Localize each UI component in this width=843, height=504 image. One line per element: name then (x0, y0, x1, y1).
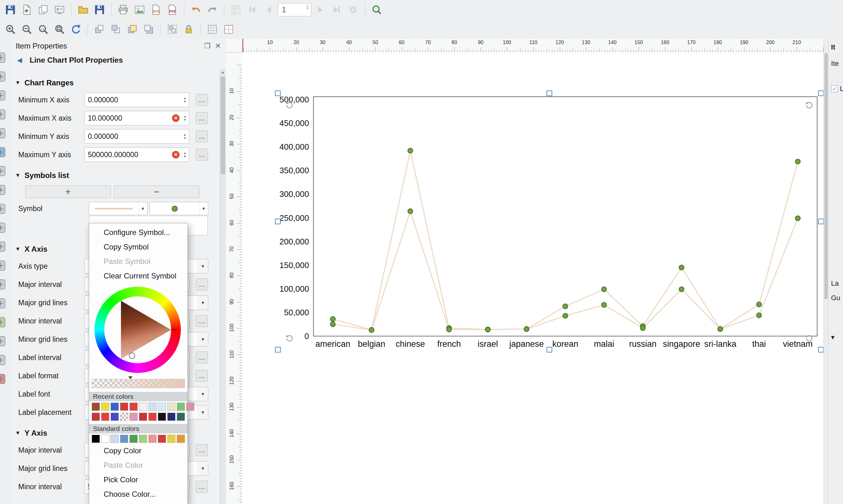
color-swatch[interactable] (186, 402, 194, 411)
layout-manager-button[interactable] (52, 2, 67, 17)
color-swatch[interactable] (158, 435, 166, 443)
maximum-x-axis-input[interactable]: 10.000000✕▲▼ (85, 111, 189, 125)
zoom-full-button[interactable] (52, 22, 67, 37)
group-items-button[interactable] (165, 22, 180, 37)
scroll-up-icon[interactable]: ▲ (220, 69, 226, 74)
data-defined-override-button[interactable]: … (196, 370, 208, 382)
atlas-settings-button[interactable] (346, 2, 360, 17)
add-table-tool[interactable] (0, 335, 6, 347)
layout-page[interactable]: 500,000450,000400,000350,000300,000250,0… (242, 52, 824, 504)
export-as-pdf-button[interactable]: PDF (165, 2, 180, 17)
spin-arrows-icon[interactable]: ▲▼ (181, 129, 189, 143)
undo-button[interactable] (189, 2, 203, 17)
data-defined-override-button[interactable]: … (196, 112, 208, 124)
data-defined-override-button[interactable]: … (196, 94, 208, 106)
open-layout-button[interactable] (76, 2, 90, 17)
selection-handle[interactable] (818, 90, 824, 96)
color-swatch[interactable] (158, 413, 166, 421)
color-swatch[interactable] (111, 413, 119, 421)
select-move-tool[interactable] (0, 89, 6, 102)
new-layout-button[interactable] (20, 2, 34, 17)
previous-feature-button[interactable] (262, 2, 276, 17)
chevron-down-icon[interactable]: ▼ (198, 259, 208, 273)
export-as-image-button[interactable] (132, 2, 147, 17)
add-label-tool[interactable] (0, 202, 6, 215)
section-chart-ranges[interactable]: ▼ Chart Ranges (15, 78, 219, 87)
move-content-tool[interactable] (0, 108, 6, 121)
line-symbol-dropdown[interactable]: ▼ (89, 202, 147, 215)
add-plot-tool[interactable] (0, 316, 6, 328)
spin-arrows-icon[interactable]: ▲▼ (181, 111, 189, 125)
print-button[interactable] (116, 2, 130, 17)
selection-handle[interactable] (546, 90, 552, 96)
scrollbar-thumb[interactable] (824, 53, 828, 299)
preview-tool-button[interactable] (370, 2, 384, 17)
bring-to-front-button[interactable] (125, 22, 140, 37)
edit-nodes-tool[interactable] (0, 127, 6, 140)
color-swatch[interactable] (139, 435, 147, 443)
menu-item-choose-color-[interactable]: Choose Color... (89, 487, 187, 502)
menu-item-clear-current-symbol[interactable]: Clear Current Symbol (89, 269, 187, 283)
color-swatch[interactable] (120, 413, 128, 421)
color-swatch[interactable] (177, 413, 185, 421)
add-shape-tool[interactable] (0, 259, 6, 272)
selection-handle[interactable] (275, 347, 281, 353)
color-swatch[interactable] (167, 435, 176, 443)
selection-handle[interactable] (275, 90, 281, 96)
maximum-y-axis-input[interactable]: 500000.000000✕▲▼ (85, 147, 189, 162)
minimum-y-axis-input[interactable]: 0.000000▲▼ (85, 129, 189, 144)
menu-item-copy-color[interactable]: Copy Color (89, 444, 187, 458)
float-panel-icon[interactable]: ❐ (204, 42, 211, 50)
scrollbar-thumb[interactable] (220, 76, 225, 174)
color-swatch[interactable] (92, 413, 100, 421)
spin-arrows-icon[interactable]: ▲▼ (181, 148, 189, 162)
lock-items-button[interactable] (181, 22, 196, 37)
color-swatch[interactable] (139, 413, 147, 421)
remove-symbol-button[interactable]: − (114, 185, 200, 198)
selection-handle[interactable] (818, 219, 824, 224)
color-swatch[interactable] (148, 413, 157, 421)
color-swatch[interactable] (129, 413, 138, 421)
color-swatch[interactable] (148, 435, 157, 443)
add-node-item-tool[interactable] (0, 297, 6, 310)
shade-strip-pointer[interactable] (128, 376, 132, 379)
chevron-down-icon[interactable]: ▼ (198, 462, 208, 475)
selection-handle[interactable] (275, 219, 281, 224)
color-swatch[interactable] (101, 402, 109, 411)
chevron-down-icon[interactable]: ▼ (198, 387, 208, 401)
add-html-tool[interactable] (0, 354, 6, 366)
color-swatch[interactable] (120, 435, 128, 443)
zoom-tool[interactable] (0, 70, 6, 83)
data-defined-override-button[interactable]: … (196, 278, 208, 290)
color-shade-strip[interactable] (92, 379, 185, 388)
color-swatch[interactable] (139, 402, 147, 411)
chevron-down-icon[interactable]: ▼ (138, 202, 147, 215)
color-swatch[interactable] (177, 402, 185, 411)
chevron-down-icon[interactable]: ▼ (199, 202, 208, 215)
show-guides-button[interactable] (221, 22, 236, 37)
color-swatch[interactable] (101, 413, 109, 421)
chevron-down-icon[interactable]: ▼ (198, 296, 208, 310)
next-feature-button[interactable] (313, 2, 328, 17)
menu-item-copy-symbol[interactable]: Copy Symbol (89, 240, 187, 254)
checkbox[interactable]: ✓ (831, 85, 838, 92)
color-swatch[interactable] (158, 402, 166, 411)
panel-scrollbar[interactable]: ▲ (219, 69, 226, 504)
menu-item-configure-symbol-[interactable]: Configure Symbol... (89, 225, 187, 240)
layout-canvas[interactable]: 1020304050607080901001101201301401501601… (226, 39, 828, 504)
data-defined-override-button[interactable]: … (196, 444, 208, 456)
add-legend-tool[interactable] (0, 221, 6, 234)
data-defined-override-button[interactable]: … (196, 481, 208, 493)
zoom-out-button[interactable] (20, 22, 34, 37)
color-swatch[interactable] (167, 413, 176, 421)
color-swatch[interactable] (111, 435, 119, 443)
preview-atlas-button[interactable] (229, 2, 243, 17)
lower-items-button[interactable] (109, 22, 123, 37)
menu-item-pick-color[interactable]: Pick Color (89, 472, 187, 487)
data-defined-override-button[interactable]: … (196, 130, 208, 142)
raise-items-button[interactable] (92, 22, 107, 37)
color-swatch[interactable] (92, 435, 100, 443)
show-grid-button[interactable] (205, 22, 219, 37)
spin-arrows-icon[interactable]: ▲▼ (306, 4, 309, 10)
minimum-x-axis-input[interactable]: 0.000000▲▼ (85, 93, 189, 107)
